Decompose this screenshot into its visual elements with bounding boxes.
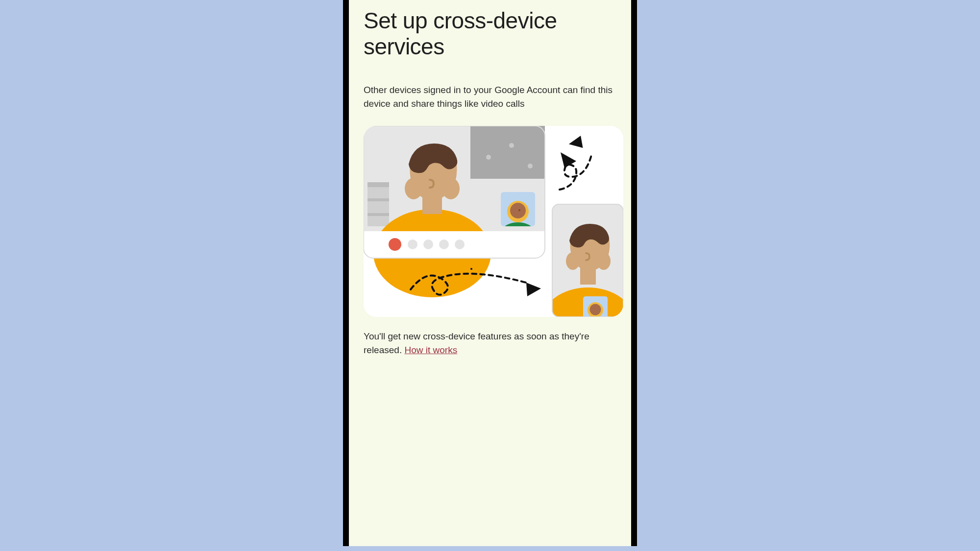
svg-point-36	[597, 252, 611, 270]
phone-window-icon	[541, 204, 623, 317]
svg-point-20	[510, 203, 526, 218]
svg-point-40	[590, 304, 601, 315]
page-title: Set up cross-device services	[364, 8, 616, 60]
svg-rect-5	[470, 126, 545, 179]
svg-point-21	[518, 209, 520, 211]
svg-point-35	[566, 252, 580, 270]
svg-point-26	[423, 240, 433, 249]
svg-point-25	[408, 240, 417, 249]
page-description: Other devices signed in to your Google A…	[364, 83, 616, 111]
svg-point-28	[455, 240, 465, 249]
svg-rect-9	[368, 182, 389, 226]
phone-frame: Set up cross-device services Other devic…	[343, 0, 637, 546]
cross-device-illustration	[364, 126, 623, 317]
setup-screen: Set up cross-device services Other devic…	[349, 0, 631, 546]
footer-text: You'll get new cross-device features as …	[364, 330, 616, 358]
svg-rect-12	[368, 213, 389, 216]
svg-rect-11	[368, 198, 389, 201]
svg-rect-10	[368, 182, 389, 187]
svg-point-15	[405, 178, 422, 199]
svg-point-27	[439, 240, 449, 249]
svg-point-6	[486, 155, 491, 160]
svg-point-16	[442, 178, 460, 199]
svg-point-24	[389, 238, 401, 251]
how-it-works-link[interactable]: How it works	[404, 345, 457, 355]
svg-point-8	[528, 164, 533, 168]
footer-prefix: You'll get new cross-device features as …	[364, 331, 589, 356]
svg-point-7	[509, 143, 514, 148]
